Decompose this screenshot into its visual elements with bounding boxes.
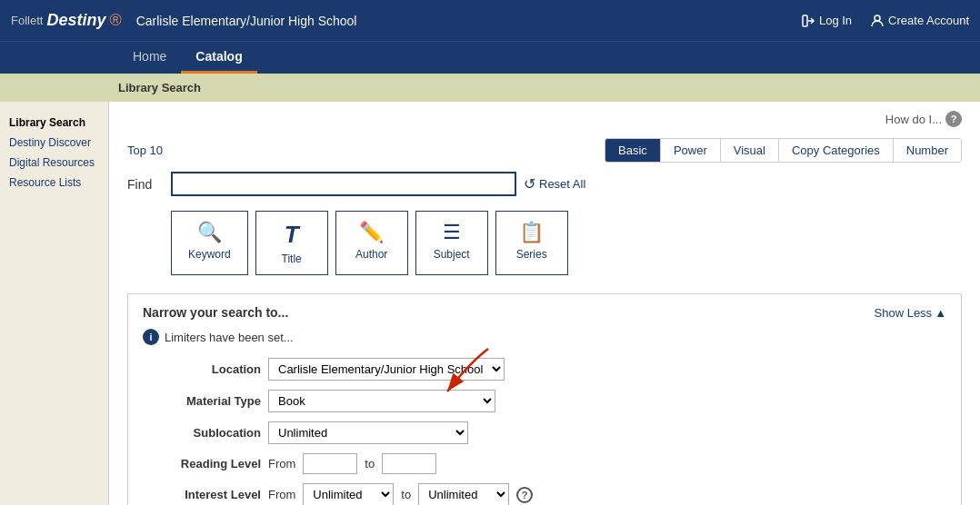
author-icon: ✏️ — [359, 221, 384, 244]
series-label: Series — [516, 248, 547, 261]
material-type-row: Material Type Book — [143, 390, 946, 412]
keyword-label: Keyword — [188, 248, 231, 261]
search-tab-visual[interactable]: Visual — [721, 139, 779, 162]
find-row: Find ↺ Reset All — [127, 172, 962, 196]
limiters-text: Limiters have been set... — [165, 331, 294, 344]
interest-level-from-label: From — [268, 488, 295, 501]
logo-follett: Follett — [11, 14, 43, 27]
content-area: How do I... ? Top 10 Basic Power Visual … — [109, 102, 980, 505]
school-name: Carlisle Elementary/Junior High School — [136, 14, 801, 28]
narrow-header: Narrow your search to... Show Less ▲ — [143, 305, 946, 320]
keyword-icon: 🔍 — [197, 221, 222, 244]
search-type-title[interactable]: T Title — [255, 211, 328, 275]
help-icon[interactable]: ? — [945, 111, 962, 127]
login-icon — [801, 14, 815, 28]
subject-icon: ☰ — [443, 221, 461, 244]
material-type-label: Material Type — [143, 394, 261, 408]
show-less-button[interactable]: Show Less ▲ — [875, 306, 946, 320]
interest-level-label: Interest Level — [143, 488, 261, 501]
find-input[interactable] — [171, 172, 516, 196]
reset-label: Reset All — [539, 177, 585, 191]
search-tabs: Basic Power Visual Copy Categories Numbe… — [605, 138, 962, 163]
how-do-i-link[interactable]: How do I... — [885, 113, 942, 126]
top-bar: Follett Destiny ® Carlisle Elementary/Ju… — [0, 0, 980, 41]
show-less-label: Show Less — [875, 306, 933, 320]
how-do-i-area: How do I... ? — [885, 111, 962, 127]
subject-label: Subject — [434, 248, 470, 261]
location-label: Location — [143, 362, 261, 376]
search-tab-copy-categories[interactable]: Copy Categories — [779, 139, 894, 162]
location-select[interactable]: Carlisle Elementary/Junior High School — [268, 358, 505, 381]
limiters-info: i Limiters have been set... — [143, 329, 946, 345]
sublocation-select[interactable]: Unlimited — [268, 421, 468, 444]
search-type-series[interactable]: 📋 Series — [495, 211, 568, 275]
interest-level-to-select[interactable]: Unlimited — [418, 483, 509, 505]
tab-home[interactable]: Home — [118, 42, 181, 74]
title-icon: T — [285, 221, 299, 249]
sidebar-item-library-search[interactable]: Library Search — [7, 113, 101, 133]
search-type-subject[interactable]: ☰ Subject — [415, 211, 488, 275]
search-tabs-row: Top 10 Basic Power Visual Copy Categorie… — [127, 138, 962, 163]
title-label: Title — [282, 252, 302, 265]
material-type-select[interactable]: Book — [268, 390, 495, 412]
narrow-search-box: Narrow your search to... Show Less ▲ i L… — [127, 293, 962, 505]
reading-level-to-label: to — [365, 457, 375, 470]
svg-rect-0 — [803, 15, 807, 26]
person-icon — [870, 14, 885, 28]
logo-destiny: Destiny — [46, 11, 105, 30]
series-icon: 📋 — [519, 221, 544, 244]
search-type-author[interactable]: ✏️ Author — [335, 211, 408, 275]
interest-level-row: Interest Level From Unlimited to Unlimit… — [143, 483, 946, 505]
reading-level-label: Reading Level — [143, 457, 261, 470]
find-label: Find — [127, 177, 164, 192]
create-account-label: Create Account — [888, 14, 969, 27]
info-icon: i — [143, 329, 159, 345]
narrow-title: Narrow your search to... — [143, 305, 288, 320]
sublocation-label: Sublocation — [143, 426, 261, 440]
show-less-arrow-icon: ▲ — [935, 306, 946, 320]
breadcrumb: Library Search — [0, 74, 980, 102]
top-10-link[interactable]: Top 10 — [127, 144, 163, 157]
reading-level-from-input[interactable] — [303, 453, 357, 474]
tab-catalog[interactable]: Catalog — [181, 42, 256, 74]
search-tab-basic[interactable]: Basic — [605, 139, 661, 162]
location-row: Location Carlisle Elementary/Junior High… — [143, 358, 946, 381]
reset-icon: ↺ — [524, 175, 535, 193]
log-in-label: Log In — [819, 14, 852, 27]
reading-level-row: Reading Level From to — [143, 453, 946, 474]
search-types: 🔍 Keyword T Title ✏️ Author ☰ Subject 📋 … — [171, 211, 962, 275]
sidebar-item-digital-resources[interactable]: Digital Resources — [7, 153, 101, 173]
search-tab-power[interactable]: Power — [661, 139, 721, 162]
interest-level-to-label: to — [401, 488, 411, 501]
sidebar-item-destiny-discover[interactable]: Destiny Discover — [7, 133, 101, 153]
reset-button[interactable]: ↺ Reset All — [524, 175, 585, 193]
sidebar: Library Search Destiny Discover Digital … — [0, 102, 109, 505]
create-account-link[interactable]: Create Account — [870, 14, 969, 28]
sublocation-row: Sublocation Unlimited — [143, 421, 946, 444]
reading-level-from-label: From — [268, 457, 295, 470]
interest-level-help-icon[interactable]: ? — [516, 487, 533, 503]
author-label: Author — [355, 248, 387, 261]
search-tab-number[interactable]: Number — [894, 139, 961, 162]
sidebar-item-resource-lists[interactable]: Resource Lists — [7, 173, 101, 193]
main-layout: Library Search Destiny Discover Digital … — [0, 102, 980, 505]
nav-tabs: Home Catalog — [0, 41, 980, 74]
log-in-link[interactable]: Log In — [801, 14, 852, 28]
search-type-keyword[interactable]: 🔍 Keyword — [171, 211, 248, 275]
reading-level-to-input[interactable] — [382, 453, 436, 474]
interest-level-from-select[interactable]: Unlimited — [303, 483, 394, 505]
svg-point-1 — [875, 15, 880, 21]
logo-area: Follett Destiny ® — [11, 11, 122, 30]
top-bar-actions: Log In Create Account — [801, 14, 969, 28]
